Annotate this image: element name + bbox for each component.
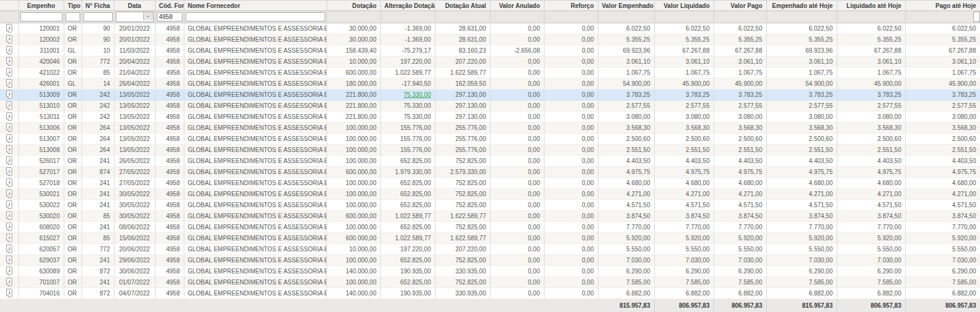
- document-arrow-icon[interactable]: [5, 90, 13, 99]
- cell-value: 2.577,55: [598, 101, 654, 112]
- column-header-data[interactable]: Data: [114, 1, 155, 11]
- cell-value: 3.061,10: [766, 56, 837, 67]
- cell-value: 330.935,00: [435, 266, 490, 277]
- column-header-valor-pago[interactable]: Valor Pago: [714, 1, 766, 11]
- cell-value: 6.290,00: [598, 266, 654, 277]
- document-arrow-icon[interactable]: [5, 189, 13, 198]
- table-row[interactable]: 513009OR24213/05/20224958GLOBAL EMPREEND…: [0, 89, 980, 101]
- table-row[interactable]: 513007OR26413/05/20224958GLOBAL EMPREEND…: [0, 134, 980, 145]
- document-arrow-icon[interactable]: [5, 289, 13, 297]
- chevron-down-icon[interactable]: ⌄: [143, 12, 153, 20]
- cell-ficha: 241: [81, 255, 114, 266]
- column-header-cod-forn[interactable]: Cód. Forn.: [155, 1, 184, 11]
- table-row[interactable]: 311001GL1011/03/20224958GLOBAL EMPREENDI…: [0, 45, 980, 56]
- cell-ficha: 872: [81, 266, 114, 277]
- cell-value: 4.403,50: [905, 156, 980, 167]
- tipo-filter-input[interactable]: [66, 12, 80, 21]
- cell-value: 158.439,40: [326, 45, 380, 56]
- table-row[interactable]: 701007OR24101/07/20224958GLOBAL EMPREEND…: [0, 277, 980, 288]
- table-row[interactable]: 527018OR24127/05/20224958GLOBAL EMPREEND…: [0, 178, 980, 189]
- table-row[interactable]: 421022OR8521/04/20224958GLOBAL EMPREENDI…: [0, 67, 980, 78]
- document-arrow-icon[interactable]: [5, 112, 13, 121]
- table-row[interactable]: 530020OR8530/05/20224958GLOBAL EMPREENDI…: [0, 211, 980, 222]
- document-arrow-icon[interactable]: [5, 245, 13, 253]
- cutoff-filter-input[interactable]: [973, 12, 980, 22]
- table-row[interactable]: 513008OR26413/05/20224958GLOBAL EMPREEND…: [0, 145, 980, 156]
- cod-forn-filter-input[interactable]: [157, 12, 183, 21]
- cell-value: 100.000,00: [326, 123, 380, 134]
- document-arrow-icon[interactable]: [5, 267, 13, 275]
- column-header-ficha[interactable]: N° Ficha: [81, 1, 114, 11]
- document-arrow-icon[interactable]: [5, 178, 13, 187]
- column-header-empenhado-ate-hoje[interactable]: Empenhado até Hoje: [766, 1, 837, 11]
- table-row[interactable]: 527017OR87427/05/20224958GLOBAL EMPREEND…: [0, 167, 980, 178]
- alteracao-dotacao-link[interactable]: 75.330,00: [404, 91, 431, 98]
- cell-tipo: OR: [64, 134, 81, 145]
- document-arrow-icon[interactable]: [5, 211, 13, 220]
- document-arrow-icon[interactable]: [5, 278, 13, 286]
- column-header-pago-ate-hoje[interactable]: Pago até Hoje: [905, 1, 980, 11]
- row-icon-cell: [0, 145, 18, 156]
- column-header-dotacao[interactable]: Dotação: [326, 1, 380, 11]
- table-row[interactable]: 704016OR87204/07/20224958GLOBAL EMPREEND…: [0, 288, 980, 299]
- document-arrow-icon[interactable]: [5, 156, 13, 165]
- column-header-nome-fornecedor[interactable]: Nome Fornecedor: [184, 1, 326, 11]
- table-row[interactable]: 530021OR24130/05/20224958GLOBAL EMPREEND…: [0, 189, 980, 200]
- document-arrow-icon[interactable]: [5, 57, 13, 66]
- column-header-valor-liquidado[interactable]: Valor Liquidado: [654, 1, 714, 11]
- table-row[interactable]: 629037OR24129/06/20224958GLOBAL EMPREEND…: [0, 255, 980, 266]
- cell-value: 752.825,00: [435, 277, 490, 288]
- document-arrow-icon[interactable]: [5, 223, 13, 231]
- table-row[interactable]: 513006OR26413/05/20224958GLOBAL EMPREEND…: [0, 123, 980, 134]
- empenho-filter-input[interactable]: [20, 12, 62, 21]
- column-header-valor-anulado[interactable]: Valor Anulado: [490, 1, 544, 11]
- table-row[interactable]: 513011OR24213/05/20224958GLOBAL EMPREEND…: [0, 112, 980, 123]
- cell-value: 180.000,00: [326, 78, 380, 89]
- document-arrow-icon[interactable]: [5, 101, 13, 110]
- cell-value: 2.500,60: [654, 134, 714, 145]
- document-arrow-icon[interactable]: [5, 24, 13, 32]
- document-arrow-icon[interactable]: [5, 200, 13, 209]
- column-header-dotacao-atual[interactable]: Dotação Atual: [435, 1, 490, 11]
- document-arrow-icon[interactable]: [5, 35, 13, 44]
- table-row[interactable]: 530022OR24130/05/20224958GLOBAL EMPREEND…: [0, 200, 980, 211]
- ficha-filter-input[interactable]: [83, 12, 113, 21]
- column-header-valor-empenhado[interactable]: Valor Empenhado: [598, 1, 654, 11]
- table-row[interactable]: 420046OR77220/04/20224958GLOBAL EMPREEND…: [0, 56, 980, 67]
- column-header-reforco[interactable]: Reforço: [544, 1, 598, 11]
- table-row[interactable]: 526017OR24126/05/20224958GLOBAL EMPREEND…: [0, 156, 980, 167]
- cell-data: 20/06/2022: [114, 244, 155, 255]
- column-header-empenho[interactable]: Empenho: [18, 1, 64, 11]
- table-row[interactable]: 426001GL1426/04/20224958GLOBAL EMPREENDI…: [0, 78, 980, 89]
- document-arrow-icon[interactable]: [5, 79, 13, 88]
- cell-value: 3.783,25: [714, 89, 766, 101]
- cell-value: 3.061,10: [905, 56, 980, 67]
- data-filter-dropdown[interactable]: ⌄: [116, 12, 154, 22]
- document-arrow-icon[interactable]: [5, 145, 13, 154]
- cell-empenho: 513011: [18, 112, 64, 123]
- cell-value: 0,00: [544, 244, 598, 255]
- table-row[interactable]: 120002OR9020/01/20224958GLOBAL EMPREENDI…: [0, 34, 980, 45]
- document-arrow-icon[interactable]: [5, 123, 13, 132]
- column-header-liquidado-ate-hoje[interactable]: Liquidado até Hoje: [837, 1, 905, 11]
- document-arrow-icon[interactable]: [5, 68, 13, 77]
- document-arrow-icon[interactable]: [5, 46, 13, 55]
- table-row[interactable]: 630089OR87230/06/20224958GLOBAL EMPREEND…: [0, 266, 980, 277]
- document-arrow-icon[interactable]: [5, 134, 13, 143]
- column-header-tipo[interactable]: Tipo: [64, 1, 81, 11]
- nome-fornecedor-filter-input[interactable]: [186, 12, 325, 21]
- cell-value: 7.770,00: [837, 222, 905, 233]
- table-row[interactable]: 513010OR24213/05/20224958GLOBAL EMPREEND…: [0, 101, 980, 112]
- table-row[interactable]: 620057OR77220/06/20224958GLOBAL EMPREEND…: [0, 244, 980, 255]
- cell-ficha: 242: [81, 112, 114, 123]
- document-arrow-icon[interactable]: [5, 234, 13, 242]
- table-row[interactable]: 608020OR24108/06/20224958GLOBAL EMPREEND…: [0, 222, 980, 233]
- cell-value: 2.500,60: [598, 134, 654, 145]
- table-row[interactable]: 120001OR9020/01/20224958GLOBAL EMPREENDI…: [0, 23, 980, 34]
- column-header-alteracao-dotacao[interactable]: Alteração Dotação: [380, 1, 435, 11]
- document-arrow-icon[interactable]: [5, 256, 13, 264]
- cell-tipo: OR: [64, 167, 81, 178]
- table-row[interactable]: 615027OR8515/06/20224958GLOBAL EMPREENDI…: [0, 233, 980, 244]
- row-icon-cell: [0, 134, 18, 145]
- document-arrow-icon[interactable]: [5, 167, 13, 176]
